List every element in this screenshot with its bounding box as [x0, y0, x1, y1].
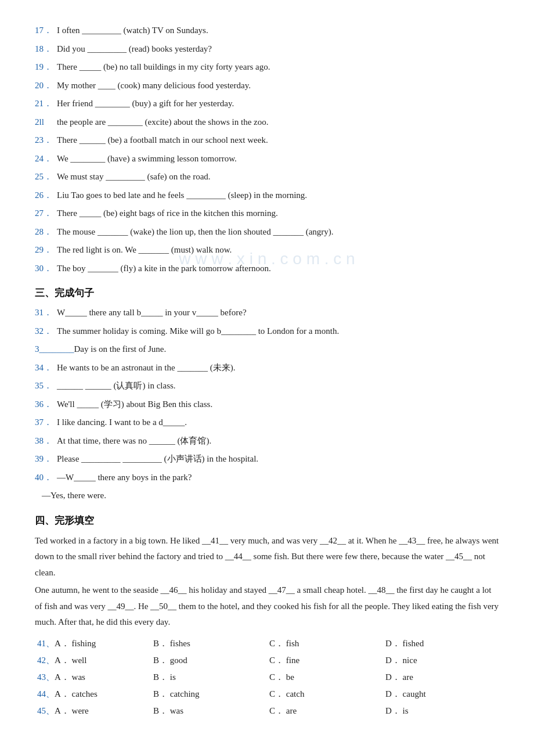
options-row: 44、A． catches B． catching C． catch D． ca… [35, 687, 499, 701]
question-text: He wants to be an astronaut in the _____… [57, 361, 499, 376]
options-row: 41、A． fishing B． fishes C． fish D． fishe… [35, 636, 499, 651]
question-number: 25． [35, 170, 57, 185]
section3-question-line: 37．I like dancing. I want to be a d_____… [35, 415, 499, 430]
question-text: I often _________ (watch) TV on Sundays. [57, 23, 499, 38]
question-number: 38． [35, 434, 57, 449]
question-number: 36． [35, 397, 57, 412]
question-text: The boy _______ (fly) a kite in the park… [57, 261, 499, 276]
question-number: 26． [35, 188, 57, 203]
question-text: The mouse _______ (wake) the lion up, th… [57, 225, 499, 240]
question-number: 18． [35, 42, 57, 57]
question-number: 40． [35, 470, 57, 485]
section3-question-line: 38．At that time, there was no ______ (体育… [35, 434, 499, 449]
section3-question-line: 31．W_____ there any tall b_____ in your … [35, 305, 499, 321]
option-number: 43、 [37, 672, 55, 682]
question-line: 29．The red light is on. We _______ (must… [35, 243, 499, 258]
section4-title: 四、完形填空 [35, 514, 499, 527]
section3-question-line: 34．He wants to be an astronaut in the __… [35, 361, 499, 376]
option-d: D． caught [385, 689, 426, 699]
question-number: 39． [35, 452, 57, 467]
question-line: 26．Liu Tao goes to bed late and he feels… [35, 188, 499, 203]
option-a: A． were [55, 706, 89, 715]
option-d: D． nice [385, 656, 417, 665]
question-number: 23． [35, 133, 57, 148]
question-number: 19． [35, 60, 57, 75]
question-line: 21．Her friend ________ (buy) a gift for … [35, 96, 499, 111]
question-text: Her friend ________ (buy) a gift for her… [57, 96, 499, 111]
option-a: A． catches [55, 689, 98, 699]
question-text: There _____ (be) eight bags of rice in t… [57, 206, 499, 221]
option-b: B． was [153, 706, 183, 715]
question-line: 2llthe people are ________ (excite) abou… [35, 115, 499, 130]
question-number: 20． [35, 78, 57, 93]
option-b: B． good [153, 656, 187, 665]
question-number: 2ll [35, 115, 57, 130]
question-text: W_____ there any tall b_____ in your v__… [57, 305, 499, 321]
question-text: We must stay _________ (safe) on the roa… [57, 170, 499, 185]
question-text: The red light is on. We _______ (must) w… [57, 243, 499, 258]
question-text: At that time, there was no ______ (体育馆). [57, 434, 499, 449]
option-d: D． are [385, 672, 413, 682]
option-number: 44、 [37, 689, 55, 699]
question-text: There ______ (be) a football match in ou… [57, 133, 499, 148]
section3-title: 三、完成句子 [35, 286, 499, 300]
option-c: C． fish [269, 639, 299, 648]
question-number: 34． [35, 361, 57, 376]
question-number: 24． [35, 152, 57, 167]
question-text: the people are ________ (excite) about t… [57, 115, 499, 130]
question-line: 20．My mother ____ (cook) many delicious … [35, 78, 499, 93]
section3-question-line: 39．Please _________ _________ (小声讲话) in … [35, 452, 499, 467]
question-line: 30．The boy _______ (fly) a kite in the p… [35, 261, 499, 276]
section3-question-line: 32．The summer holiday is coming. Mike wi… [35, 324, 499, 339]
question-number: 27． [35, 206, 57, 221]
option-d: D． is [385, 706, 409, 715]
question-number: 28． [35, 225, 57, 240]
question-number: 21． [35, 96, 57, 111]
question-line: 18．Did you _________ (read) books yester… [35, 42, 499, 57]
question-number: 17． [35, 23, 57, 38]
option-c: C． catch [269, 689, 304, 699]
question-number: 29． [35, 243, 57, 258]
question-line: 28．The mouse _______ (wake) the lion up,… [35, 225, 499, 240]
question-number: 30． [35, 261, 57, 276]
option-b: B． catching [153, 689, 200, 699]
question-line: 25．We must stay _________ (safe) on the … [35, 170, 499, 185]
question-line: 23．There ______ (be) a football match in… [35, 133, 499, 148]
option-c: C． fine [269, 656, 300, 665]
question-line: 24．We ________ (have) a swimming lesson … [35, 152, 499, 167]
question-line: 17．I often _________ (watch) TV on Sunda… [35, 23, 499, 38]
question-number: 31． [35, 305, 57, 321]
question-text: Please _________ _________ (小声讲话) in the… [57, 452, 499, 467]
options-section: 41、A． fishing B． fishes C． fish D． fishe… [35, 636, 499, 718]
question-text: ______ ______ (认真听) in class. [57, 379, 499, 394]
question-text: There _____ (be) no tall buildings in my… [57, 60, 499, 75]
question-text: We ________ (have) a swimming lesson tom… [57, 152, 499, 167]
options-row: 43、A． was B． is C． be D． are [35, 670, 499, 685]
question-line: 19．There _____ (be) no tall buildings in… [35, 60, 499, 75]
options-row: 45、A． were B． was C． are D． is [35, 704, 499, 718]
option-a: A． well [55, 656, 86, 665]
section3-question-line: 35．______ ______ (认真听) in class. [35, 379, 499, 394]
question-number: 32． [35, 324, 57, 339]
option-a: A． was [55, 672, 85, 682]
question-number: 37． [35, 415, 57, 430]
question-line: 27．There _____ (be) eight bags of rice i… [35, 206, 499, 221]
option-b: B． fishes [153, 639, 190, 648]
question-text: The summer holiday is coming. Mike will … [57, 324, 499, 339]
option-number: 41、 [37, 639, 55, 648]
question-text: We'll _____ (学习) about Big Ben this clas… [57, 397, 499, 412]
question-text: My mother ____ (cook) many delicious foo… [57, 78, 499, 93]
option-a: A． fishing [55, 639, 96, 648]
section3-questions: 31．W_____ there any tall b_____ in your … [35, 305, 499, 485]
option-c: C． be [269, 672, 294, 682]
question-text: Liu Tao goes to bed late and he feels __… [57, 188, 499, 203]
question-text: —W_____ there any boys in the park? [57, 470, 499, 485]
section3-question-line: 40．—W_____ there any boys in the park? [35, 470, 499, 485]
options-row: 42、A． well B． good C． fine D． nice [35, 653, 499, 668]
section3-question-line: 36．We'll _____ (学习) about Big Ben this c… [35, 397, 499, 412]
passage-text: Ted worked in a factory in a big town. H… [35, 533, 499, 631]
answer-40-response: —Yes, there were. [42, 488, 499, 503]
option-b: B． is [153, 672, 176, 682]
passage-block: Ted worked in a factory in a big town. H… [35, 533, 499, 631]
option-number: 42、 [37, 656, 55, 665]
